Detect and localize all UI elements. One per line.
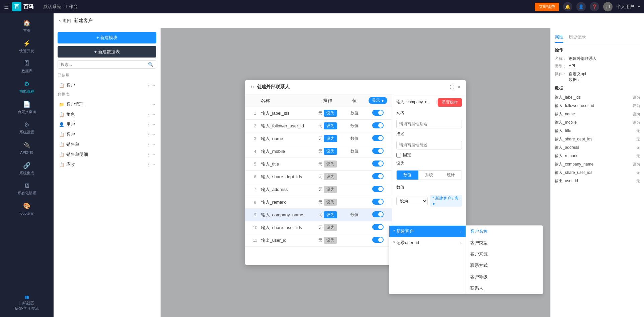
reset-btn[interactable]: 重置操作 [438, 98, 462, 107]
sidebar-item-private-deploy[interactable]: 🖥 私有化部署 [0, 179, 54, 199]
refresh-icon[interactable]: ↻ [250, 85, 254, 90]
sidebar-item-system-integrate[interactable]: 🔗 系统集成 [0, 158, 54, 179]
submenu-item-5[interactable]: 联系人 [466, 283, 543, 294]
sidebar-item-database[interactable]: 🗄 数据库 [0, 57, 54, 77]
user-dropdown-icon[interactable]: ▾ [638, 4, 640, 9]
table-row[interactable]: 10 输入_share_user_ids 无 设为 [245, 221, 392, 234]
tab-stats[interactable]: 统计 [440, 171, 462, 180]
bars-icon-4[interactable]: ⋮ [146, 142, 150, 147]
row-toggle[interactable] [368, 186, 388, 193]
show-toggle[interactable]: 显示 ● [369, 97, 387, 104]
op-set-btn[interactable]: 设为 [324, 211, 337, 218]
menu-icon[interactable]: ☰ [4, 4, 9, 10]
table-row[interactable]: 9 输入_company_name 无 设为 数值 [245, 209, 392, 221]
toggle-switch[interactable] [372, 122, 384, 128]
row-toggle[interactable] [368, 122, 388, 129]
bars-icon-1[interactable]: ⋮ [146, 112, 150, 117]
submenu-item-1[interactable]: 客户类型 [466, 237, 543, 248]
op-set-btn[interactable]: 设为 [324, 186, 337, 193]
toggle-switch[interactable] [372, 211, 384, 217]
toggle-switch[interactable] [372, 148, 384, 154]
submenu-item-3[interactable]: 联系方式 [466, 260, 543, 271]
user-label[interactable]: 个人用户 [617, 4, 634, 10]
table-item-sales[interactable]: 📋 销售单 ⋮ ··· [58, 139, 156, 149]
sidebar-item-quick-dev[interactable]: ⚡ 快速开发 [0, 36, 54, 57]
sidebar-item-api[interactable]: 🔌 API对接 [0, 138, 54, 158]
avatar[interactable]: 用 [603, 2, 613, 11]
more-icon-6[interactable]: ··· [152, 162, 155, 167]
row-toggle[interactable] [368, 199, 388, 206]
submenu-item-2[interactable]: 客户来源 [466, 248, 543, 260]
op-set-btn[interactable]: 设为 [324, 199, 337, 206]
more-icon-4[interactable]: ··· [152, 142, 155, 147]
table-item-customer-mgmt[interactable]: 📁 客户管理 ··· [58, 99, 156, 109]
sidebar-item-system-settings[interactable]: ⚙ 系统设置 [0, 118, 54, 138]
row-toggle[interactable] [368, 211, 388, 218]
table-item-sales-detail[interactable]: 📋 销售单明细 ⋮ ··· [58, 149, 156, 160]
more-icon-3[interactable]: ··· [152, 132, 155, 137]
tab-history[interactable]: 历史记录 [569, 32, 586, 43]
value-tag[interactable]: * 新建客户 / 客● [430, 195, 462, 207]
back-btn[interactable]: < 返回 [59, 18, 71, 24]
more-icon[interactable]: ··· [152, 83, 155, 88]
more-icon-5[interactable]: ··· [152, 152, 155, 157]
toggle-switch[interactable] [372, 110, 384, 116]
row-toggle[interactable] [368, 237, 388, 244]
bars-icon-2[interactable]: ⋮ [146, 122, 150, 127]
table-row[interactable]: 6 输入_share_dept_ids 无 设为 [245, 171, 392, 183]
table-row[interactable]: 4 输入_mobile 无 设为 数值 [245, 145, 392, 158]
op-set-btn[interactable]: 设为 [324, 135, 337, 142]
table-row[interactable]: 5 输入_title 无 设为 [245, 158, 392, 171]
alias-input[interactable] [396, 120, 462, 128]
table-item-user[interactable]: 👤 用户 ⋮ ··· [58, 119, 156, 129]
user-icon[interactable]: 👤 [576, 2, 586, 11]
table-row[interactable]: 1 输入_label_ids 无 设为 数值 [245, 107, 392, 120]
close-icon[interactable]: ✕ [457, 85, 461, 90]
toggle-switch[interactable] [372, 224, 384, 230]
sidebar-community[interactable]: 👥 白码社区反馈·学习·交流 [0, 292, 54, 314]
notification-icon[interactable]: 🔔 [563, 2, 572, 11]
op-set-btn[interactable]: 设为 [324, 148, 337, 155]
help-icon[interactable]: ❓ [590, 2, 599, 11]
new-module-btn[interactable]: + 新建模块 [58, 32, 156, 43]
expand-icon[interactable]: ⛶ [450, 85, 454, 90]
row-toggle[interactable] [368, 161, 388, 168]
toggle-switch[interactable] [372, 237, 384, 243]
toggle-switch[interactable] [372, 199, 384, 205]
op-set-btn[interactable]: 设为 [324, 224, 337, 231]
desc-input[interactable] [396, 141, 462, 149]
submenu-item-0[interactable]: 客户名称 [466, 226, 543, 237]
sidebar-item-custom-page[interactable]: 📄 自定义页面 [0, 97, 54, 118]
toggle-switch[interactable] [372, 135, 384, 141]
bars-icon[interactable]: ⋮ [146, 83, 150, 88]
op-set-btn[interactable]: 设为 [324, 173, 337, 180]
table-row[interactable]: 3 输入_name 无 设为 数值 [245, 132, 392, 145]
sidebar-item-logo-settings[interactable]: 🎨 logo设置 [0, 199, 54, 219]
submenu-item-4[interactable]: 客户等级 [466, 271, 543, 283]
more-icon-2[interactable]: ··· [152, 122, 155, 127]
upgrade-btn[interactable]: 立即续费 [535, 3, 559, 11]
row-toggle[interactable] [368, 173, 388, 180]
tab-value[interactable]: 数值 [397, 171, 418, 180]
table-item-receivable[interactable]: 📋 应收 ⋮ ··· [58, 160, 156, 170]
more-icon-1[interactable]: ··· [152, 112, 155, 117]
bars-icon-6[interactable]: ⋮ [146, 162, 150, 167]
table-row[interactable]: 11 输出_user_id 无 设为 [245, 234, 392, 247]
dropdown-item-1[interactable]: * 记录user_id › [389, 237, 466, 248]
panel-search[interactable]: 🔍 [58, 60, 156, 69]
table-row[interactable]: 7 输入_address 无 设为 [245, 183, 392, 196]
row-toggle[interactable] [368, 135, 388, 142]
table-item-role[interactable]: 📋 角色 ⋮ ··· [58, 109, 156, 119]
row-toggle[interactable] [368, 148, 388, 155]
search-input[interactable] [61, 62, 148, 67]
op-set-btn[interactable]: 设为 [324, 110, 337, 117]
table-item-customer2[interactable]: 📋 客户 ⋮ ··· [58, 129, 156, 139]
sidebar-item-function-flow[interactable]: ⚙ 功能流程 [0, 77, 54, 97]
tab-properties[interactable]: 属性 [555, 32, 563, 43]
table-row[interactable]: 2 输入_follower_user_id 无 设为 数值 [245, 120, 392, 132]
bars-icon-5[interactable]: ⋮ [146, 152, 150, 157]
op-set-btn[interactable]: 设为 [324, 237, 337, 244]
more-icon-0[interactable]: ··· [152, 102, 155, 107]
new-table-btn[interactable]: + 新建数据表 [58, 46, 156, 58]
sidebar-item-home[interactable]: 🏠 首页 [0, 16, 54, 36]
